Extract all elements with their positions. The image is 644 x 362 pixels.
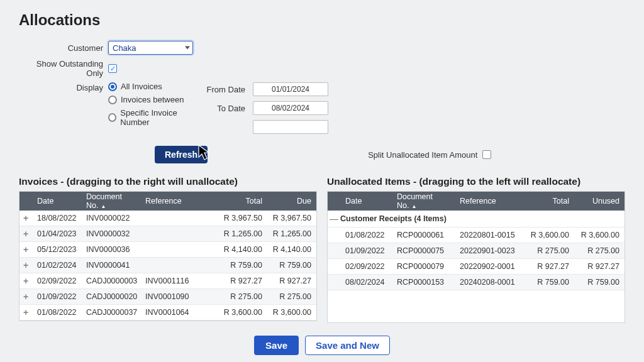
cell-document-no: RCP0000061 <box>392 231 455 239</box>
table-row[interactable]: 08/02/2024RCP000015320240208-0001R 759.0… <box>328 275 625 290</box>
col-date[interactable]: Date <box>32 197 81 206</box>
sort-asc-icon <box>411 201 416 210</box>
display-all-label: All Invoices <box>121 82 162 91</box>
show-outstanding-checkbox[interactable]: ✓ <box>108 64 117 73</box>
invoices-header: Date Document No. Reference Total Due <box>19 192 316 211</box>
customer-select-value: Chaka <box>113 43 136 53</box>
split-unallocated-label: Split Unallocated Item Amount <box>368 150 477 160</box>
cell-date: 01/08/2022 <box>340 231 392 239</box>
table-row[interactable]: +02/09/2022CADJ0000003INV0001116R 927.27… <box>19 273 316 289</box>
table-row[interactable]: +01/02/2024INV0000041R 759.00R 759.00 <box>19 258 316 273</box>
display-specific-radio[interactable]: Specific Invoice Number <box>108 108 203 127</box>
cell-total: R 275.00 <box>524 246 574 255</box>
cell-unused: R 759.00 <box>574 278 625 287</box>
invoices-panel-title: Invoices - (dragging to the right will u… <box>19 176 317 187</box>
customer-select[interactable]: Chaka <box>108 41 193 55</box>
show-outstanding-label: Show Outstanding Only <box>19 59 108 78</box>
table-row[interactable]: +01/04/2023INV0000032R 1,265.00R 1,265.0… <box>19 226 316 242</box>
display-label: Display <box>19 82 108 92</box>
to-date-input[interactable] <box>253 101 328 115</box>
cell-reference: INV0001090 <box>140 292 218 301</box>
col-reference[interactable]: Reference <box>140 197 218 206</box>
cell-date: 01/04/2023 <box>32 229 81 238</box>
radio-icon <box>108 96 117 104</box>
cell-due: R 1,265.00 <box>267 229 316 238</box>
cell-reference: INV0001116 <box>140 277 218 285</box>
col-document-no[interactable]: Document No. <box>392 192 455 210</box>
col-unused[interactable]: Unused <box>574 197 625 206</box>
cell-document-no: INV0000036 <box>81 245 140 254</box>
display-between-radio[interactable]: Invoices between <box>108 95 203 104</box>
refresh-button[interactable]: Refresh <box>155 146 208 163</box>
cell-reference: 20220801-0015 <box>455 231 524 239</box>
cell-total: R 3,600.00 <box>524 231 574 239</box>
group-customer-receipts[interactable]: — Customer Receipts (4 Items) <box>328 211 625 228</box>
cell-total: R 4,140.00 <box>218 245 267 254</box>
cell-date: 08/02/2024 <box>340 278 392 287</box>
unallocated-header: Date Document No. Reference Total Unused <box>328 192 625 211</box>
cell-document-no: CADJ0000020 <box>81 292 140 301</box>
cell-due: R 759.00 <box>267 261 316 270</box>
col-date[interactable]: Date <box>340 197 392 206</box>
cell-due: R 3,967.50 <box>267 214 316 222</box>
cell-total: R 927.27 <box>524 262 574 271</box>
cell-total: R 3,600.00 <box>218 308 267 317</box>
expand-icon[interactable]: + <box>19 245 32 254</box>
col-total[interactable]: Total <box>218 197 267 206</box>
to-date-label: To Date <box>203 104 253 113</box>
cell-document-no: RCP0000075 <box>392 246 455 255</box>
table-row[interactable]: 02/09/2022RCP000007920220902-0001R 927.2… <box>328 259 625 275</box>
table-row[interactable]: +05/12/2023INV0000036R 4,140.00R 4,140.0… <box>19 242 316 258</box>
col-document-no[interactable]: Document No. <box>81 192 140 210</box>
table-row[interactable]: +01/08/2022CADJ0000037INV0001064R 3,600.… <box>19 305 316 321</box>
cell-date: 01/09/2022 <box>340 246 392 255</box>
cell-reference: 20220902-0001 <box>455 262 524 271</box>
display-between-label: Invoices between <box>121 95 184 104</box>
display-all-radio[interactable]: All Invoices <box>108 82 203 91</box>
save-and-new-button[interactable]: Save and New <box>305 336 390 355</box>
sort-asc-icon <box>101 201 106 210</box>
expand-icon[interactable]: + <box>19 277 32 285</box>
cell-date: 18/08/2022 <box>32 214 81 222</box>
expand-icon[interactable]: + <box>19 261 32 270</box>
display-specific-label: Specific Invoice Number <box>120 108 203 127</box>
cell-document-no: CADJ0000003 <box>81 277 140 285</box>
from-date-input[interactable] <box>253 82 328 96</box>
cell-reference: INV0001064 <box>140 308 218 317</box>
page-title: Allocations <box>19 11 625 29</box>
cell-date: 02/09/2022 <box>340 262 392 271</box>
save-button[interactable]: Save <box>254 336 299 355</box>
col-due[interactable]: Due <box>267 197 316 206</box>
customer-label: Customer <box>19 43 108 53</box>
cell-unused: R 3,600.00 <box>574 231 625 239</box>
cell-due: R 927.27 <box>267 277 316 285</box>
cell-document-no: INV0000041 <box>81 261 140 270</box>
table-row[interactable]: 01/09/2022RCP000007520220901-0023R 275.0… <box>328 243 625 259</box>
unallocated-panel-title: Unallocated Items - (dragging to the lef… <box>327 176 625 187</box>
cell-total: R 759.00 <box>218 261 267 270</box>
cell-date: 01/09/2022 <box>32 292 81 301</box>
cell-date: 01/08/2022 <box>32 308 81 317</box>
cell-due: R 3,600.00 <box>267 308 316 317</box>
specific-invoice-input[interactable] <box>253 120 328 134</box>
split-unallocated-checkbox[interactable] <box>482 150 491 159</box>
group-label: Customer Receipts (4 Items) <box>340 214 447 223</box>
col-reference[interactable]: Reference <box>455 197 524 206</box>
expand-icon[interactable]: + <box>19 229 32 238</box>
col-total[interactable]: Total <box>524 197 574 206</box>
cell-document-no: RCP0000079 <box>392 262 455 271</box>
cell-due: R 4,140.00 <box>267 245 316 254</box>
expand-icon[interactable]: + <box>19 214 32 222</box>
table-row[interactable]: 01/08/2022RCP000006120220801-0015R 3,600… <box>328 228 625 243</box>
cell-date: 01/02/2024 <box>32 261 81 270</box>
cell-date: 05/12/2023 <box>32 245 81 254</box>
cell-reference: 20220901-0023 <box>455 246 524 255</box>
collapse-icon[interactable]: — <box>328 214 340 223</box>
cell-document-no: RCP0000153 <box>392 278 455 287</box>
table-row[interactable]: +01/09/2022CADJ0000020INV0001090R 275.00… <box>19 289 316 305</box>
expand-icon[interactable]: + <box>19 292 32 301</box>
cell-total: R 1,265.00 <box>218 229 267 238</box>
cell-due: R 275.00 <box>267 292 316 301</box>
table-row[interactable]: +18/08/2022INV0000022R 3,967.50R 3,967.5… <box>19 211 316 226</box>
expand-icon[interactable]: + <box>19 308 32 317</box>
